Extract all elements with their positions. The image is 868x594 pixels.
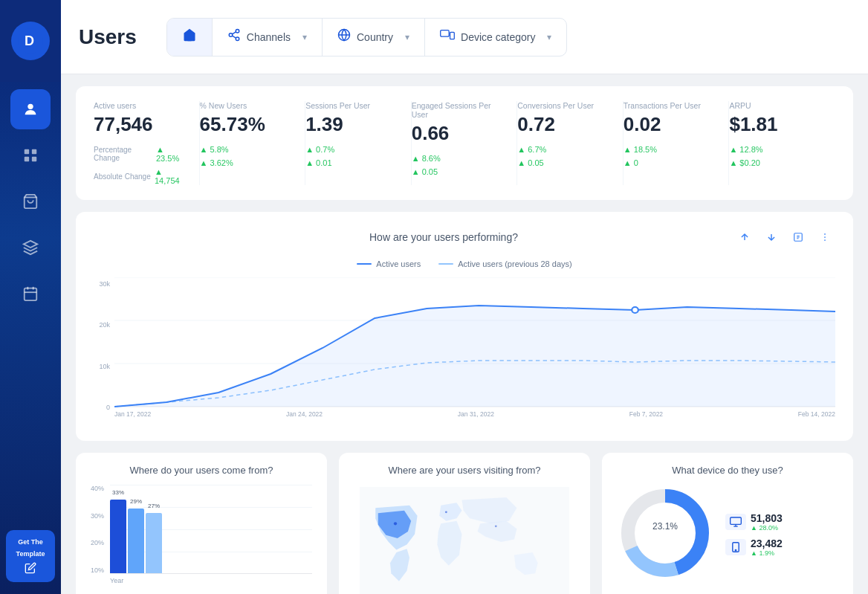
device-icon bbox=[440, 28, 455, 45]
stat-arpu: ARPU $1.81 ▲ 12.8% ▲ $0.20 bbox=[729, 101, 835, 185]
chart-actions bbox=[734, 227, 835, 248]
chart-title: How are your users performing? bbox=[153, 231, 734, 243]
channels-icon bbox=[227, 28, 241, 45]
abs-change-2: ▲ 0.01 bbox=[305, 158, 331, 167]
stat-rows-0: Percentage Change ▲ 23.5% Absolute Chang… bbox=[94, 145, 187, 185]
device-arrow: ▾ bbox=[547, 32, 551, 42]
pct-change-label: Percentage Change bbox=[94, 146, 155, 162]
bottom-panels: Where do your users come from? 40%30%20%… bbox=[76, 453, 853, 594]
chart-down-button[interactable] bbox=[761, 227, 782, 248]
sidebar-item-cart[interactable] bbox=[10, 181, 51, 222]
stat-value-3: 0.66 bbox=[412, 122, 505, 145]
stat-label-5: Transactions Per User bbox=[624, 101, 717, 110]
filter-tabs: Channels ▾ Country ▾ bbox=[166, 18, 568, 57]
chart-more-button[interactable] bbox=[814, 227, 835, 248]
donut-legend-desktop: 51,803 ▲ 28.0% bbox=[725, 512, 783, 532]
pct-change-0: ▲ 23.5% bbox=[156, 145, 187, 163]
chart-svg bbox=[114, 277, 835, 407]
chart-legend: Active users Active users (previous 28 d… bbox=[94, 259, 835, 268]
stat-value-6: $1.81 bbox=[729, 113, 835, 136]
chart-panel: How are your users performing? bbox=[76, 212, 853, 441]
device-label: Device category bbox=[461, 31, 535, 43]
gridline-1 bbox=[110, 507, 312, 508]
mobile-icon bbox=[725, 539, 746, 555]
stat-value-5: 0.02 bbox=[624, 113, 717, 136]
chart-y-axis: 30k20k10k0 bbox=[94, 277, 114, 426]
svg-point-14 bbox=[229, 33, 233, 37]
donut-container: 23.1% bbox=[617, 485, 838, 584]
bar-3: 27% bbox=[146, 513, 162, 573]
channels-arrow: ▾ bbox=[302, 32, 307, 42]
pct-change-5: ▲ 18.5% bbox=[624, 145, 657, 154]
legend-previous: Active users (previous 28 days) bbox=[438, 259, 571, 268]
donut-panel: What device do they use? 23.1% bbox=[602, 453, 853, 594]
mobile-change: ▲ 1.9% bbox=[751, 549, 783, 557]
stat-sessions: Sessions Per User 1.39 ▲ 0.7% ▲ 0.01 bbox=[305, 101, 412, 185]
sidebar-item-layers[interactable] bbox=[10, 227, 51, 268]
logo-icon: D bbox=[11, 22, 50, 60]
bar-1: 33% bbox=[110, 500, 126, 573]
svg-line-17 bbox=[232, 32, 236, 34]
svg-rect-20 bbox=[441, 30, 449, 37]
filter-tab-channels[interactable]: Channels ▾ bbox=[213, 18, 323, 57]
donut-mobile-stats: 23,482 ▲ 1.9% bbox=[751, 537, 783, 557]
stat-value-1: 65.73% bbox=[200, 113, 294, 136]
bar-group: 33% 29% 27% bbox=[110, 500, 169, 573]
stat-conversions: Conversions Per User 0.72 ▲ 6.7% ▲ 0.05 bbox=[517, 101, 624, 185]
filter-tab-device[interactable]: Device category ▾ bbox=[425, 18, 566, 57]
get-template-line2: Template bbox=[16, 550, 45, 559]
stat-label-1: % New Users bbox=[200, 101, 294, 110]
filter-tab-country[interactable]: Country ▾ bbox=[323, 18, 425, 57]
channels-label: Channels bbox=[247, 31, 291, 43]
bar-chart-panel: Where do your users come from? 40%30%20%… bbox=[76, 453, 327, 594]
svg-text:D: D bbox=[25, 33, 34, 48]
abs-change-6: ▲ $0.20 bbox=[729, 158, 760, 167]
svg-point-32 bbox=[394, 522, 397, 525]
abs-change-3: ▲ 0.05 bbox=[412, 167, 438, 176]
stats-panel: Active users 77,546 Percentage Change ▲ … bbox=[76, 86, 853, 200]
legend-label-current: Active users bbox=[376, 259, 421, 268]
country-label: Country bbox=[357, 31, 393, 43]
pct-change-4: ▲ 6.7% bbox=[517, 145, 546, 154]
chart-download-button[interactable] bbox=[788, 227, 809, 248]
get-template-button[interactable]: Get The Template bbox=[6, 530, 55, 582]
bar-chart-title: Where do your users come from? bbox=[91, 465, 312, 476]
home-icon bbox=[182, 28, 197, 46]
country-icon bbox=[337, 28, 351, 45]
bar-x-label: Year bbox=[110, 577, 312, 584]
sidebar: D bbox=[0, 0, 61, 594]
filter-tab-home[interactable] bbox=[167, 18, 213, 57]
chart-header: How are your users performing? bbox=[94, 227, 835, 248]
sidebar-item-grid[interactable] bbox=[10, 135, 51, 175]
svg-rect-21 bbox=[450, 32, 455, 39]
sidebar-item-calendar[interactable] bbox=[10, 274, 51, 314]
donut-legend-mobile: 23,482 ▲ 1.9% bbox=[725, 537, 783, 557]
chart-container: 30k20k10k0 bbox=[94, 277, 835, 426]
sidebar-logo: D bbox=[0, 0, 61, 82]
bar-3-label: 27% bbox=[148, 503, 160, 509]
chart-x-labels: Jan 17, 2022 Jan 24, 2022 Jan 31, 2022 F… bbox=[114, 409, 835, 418]
desktop-change: ▲ 28.0% bbox=[751, 524, 783, 532]
legend-active-users: Active users bbox=[357, 259, 421, 268]
svg-point-2 bbox=[27, 104, 33, 109]
map-panel: Where are your users visiting from? bbox=[339, 453, 590, 594]
stat-label-6: ARPU bbox=[729, 101, 835, 110]
sidebar-bottom: Get The Template bbox=[6, 530, 55, 594]
world-map bbox=[354, 485, 575, 594]
stats-grid: Active users 77,546 Percentage Change ▲ … bbox=[94, 101, 835, 185]
chart-up-button[interactable] bbox=[734, 227, 755, 248]
stat-label-3: Engaged Sessions Per User bbox=[412, 101, 505, 119]
svg-rect-5 bbox=[25, 157, 29, 161]
donut-legend: 51,803 ▲ 28.0% bbox=[725, 512, 783, 557]
stat-label-0: Active users bbox=[94, 101, 187, 110]
sidebar-item-users[interactable] bbox=[10, 89, 51, 129]
bar-y-labels: 40%30%20%10% bbox=[91, 485, 104, 574]
legend-label-previous: Active users (previous 28 days) bbox=[458, 259, 571, 268]
gridline-0 bbox=[110, 485, 312, 485]
bars-container: 33% 29% 27% bbox=[110, 485, 312, 574]
svg-rect-4 bbox=[32, 149, 36, 154]
stat-value-2: 1.39 bbox=[305, 113, 399, 136]
pct-change-6: ▲ 12.8% bbox=[729, 145, 762, 154]
stat-engaged: Engaged Sessions Per User 0.66 ▲ 8.6% ▲ … bbox=[412, 101, 518, 185]
bar-chart-area: 40%30%20%10% 33% bbox=[91, 485, 312, 594]
